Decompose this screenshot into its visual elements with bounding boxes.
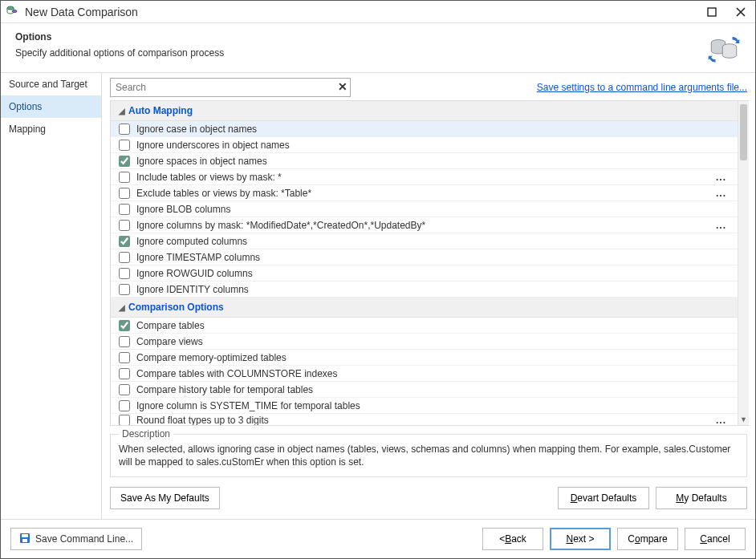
- header-text: Options Specify additional options of co…: [15, 31, 224, 59]
- svg-rect-2: [708, 8, 716, 16]
- option-row[interactable]: Ignore IDENTITY columns: [111, 282, 738, 298]
- window-controls: [702, 3, 750, 21]
- svg-rect-6: [22, 534, 28, 537]
- option-row[interactable]: Compare tables: [111, 318, 738, 334]
- option-label: Ignore columns by mask: *ModifiedDate*,*…: [136, 220, 716, 231]
- scroll-down-icon[interactable]: ▼: [738, 414, 749, 425]
- option-row[interactable]: Compare history table for temporal table…: [111, 382, 738, 398]
- option-label: Ignore IDENTITY columns: [136, 284, 730, 295]
- option-checkbox[interactable]: [119, 156, 130, 167]
- option-label: Include tables or views by mask: *: [136, 172, 716, 183]
- save-command-line-button[interactable]: Save Command Line...: [10, 528, 142, 550]
- option-checkbox[interactable]: [119, 368, 130, 379]
- option-row[interactable]: Include tables or views by mask: *...: [111, 169, 738, 185]
- more-icon[interactable]: ...: [716, 220, 730, 231]
- option-row[interactable]: Exclude tables or views by mask: *Table*…: [111, 185, 738, 201]
- option-row[interactable]: Ignore BLOB columns: [111, 201, 738, 217]
- next-button[interactable]: Next >: [550, 528, 611, 550]
- more-icon[interactable]: ...: [716, 172, 730, 183]
- option-label: Ignore case in object names: [136, 124, 730, 135]
- options-list: ◢Auto MappingIgnore case in object names…: [110, 100, 749, 426]
- header-panel: Options Specify additional options of co…: [1, 23, 755, 72]
- window-title: New Data Comparison: [25, 6, 702, 18]
- search-input[interactable]: [110, 78, 351, 97]
- svg-rect-7: [22, 539, 27, 542]
- option-checkbox[interactable]: [119, 124, 130, 135]
- save-command-line-label: Save Command Line...: [35, 533, 133, 545]
- option-checkbox[interactable]: [119, 336, 130, 347]
- option-checkbox[interactable]: [119, 284, 130, 295]
- option-row[interactable]: Compare tables with COLUMNSTORE indexes: [111, 366, 738, 382]
- option-checkbox[interactable]: [119, 352, 130, 363]
- option-row[interactable]: Compare views: [111, 334, 738, 350]
- option-label: Ignore column is SYSTEM_TIME for tempora…: [136, 400, 730, 411]
- option-checkbox[interactable]: [119, 172, 130, 183]
- defaults-row: Save As My Defaults Devart Defaults My D…: [102, 482, 755, 519]
- description-legend: Description: [119, 428, 173, 440]
- option-row[interactable]: Ignore spaces in object names: [111, 153, 738, 169]
- collapse-icon: ◢: [119, 107, 125, 115]
- top-row: ✕ Save settings to a command line argume…: [102, 73, 755, 100]
- svg-point-1: [12, 10, 17, 13]
- dialog-window: New Data Comparison Options Specify addi…: [0, 0, 756, 559]
- sidebar-item-mapping[interactable]: Mapping: [1, 118, 101, 140]
- close-button[interactable]: [731, 3, 750, 21]
- app-icon: [6, 4, 18, 19]
- sidebar-item-options[interactable]: Options: [1, 95, 101, 118]
- section-title: Auto Mapping: [128, 105, 193, 116]
- save-icon: [19, 533, 30, 546]
- compare-button[interactable]: Compare: [617, 528, 678, 550]
- option-checkbox[interactable]: [119, 252, 130, 263]
- option-checkbox[interactable]: [119, 188, 130, 199]
- option-checkbox[interactable]: [119, 384, 130, 395]
- option-checkbox[interactable]: [119, 236, 130, 247]
- section-header[interactable]: ◢Comparison Options: [111, 298, 738, 318]
- option-checkbox[interactable]: [119, 204, 130, 215]
- option-row[interactable]: Ignore underscores in object names: [111, 137, 738, 153]
- body: Source and Target Options Mapping ✕ Save…: [1, 72, 755, 519]
- option-row[interactable]: Ignore case in object names: [111, 121, 738, 137]
- option-label: Exclude tables or views by mask: *Table*: [136, 188, 716, 199]
- description-box: Description When selected, allows ignori…: [110, 434, 747, 477]
- page-subtitle: Specify additional options of comparison…: [15, 47, 224, 59]
- more-icon[interactable]: ...: [716, 188, 730, 199]
- option-row[interactable]: Ignore TIMESTAMP columns: [111, 249, 738, 265]
- option-checkbox[interactable]: [119, 268, 130, 279]
- option-row[interactable]: Ignore ROWGUID columns: [111, 265, 738, 282]
- save-as-my-defaults-button[interactable]: Save As My Defaults: [110, 487, 220, 509]
- option-row[interactable]: Round float types up to 3 digits...: [111, 414, 738, 426]
- option-checkbox[interactable]: [119, 140, 130, 151]
- my-defaults-button[interactable]: My Defaults: [656, 487, 747, 509]
- cancel-button[interactable]: Cancel: [685, 528, 746, 550]
- option-checkbox[interactable]: [119, 320, 130, 331]
- option-label: Ignore underscores in object names: [136, 140, 730, 151]
- option-row[interactable]: Ignore computed columns: [111, 233, 738, 249]
- option-label: Round float types up to 3 digits: [136, 415, 716, 426]
- footer: Save Command Line... < Back Next > Compa…: [1, 519, 755, 558]
- svg-point-0: [7, 6, 14, 10]
- option-row[interactable]: Ignore columns by mask: *ModifiedDate*,*…: [111, 217, 738, 233]
- scroll-thumb[interactable]: [740, 104, 747, 160]
- scrollbar[interactable]: ▲ ▼: [738, 101, 749, 425]
- save-settings-link[interactable]: Save settings to a command line argument…: [537, 82, 747, 93]
- option-row[interactable]: Ignore column is SYSTEM_TIME for tempora…: [111, 398, 738, 414]
- section-title: Comparison Options: [128, 302, 224, 313]
- section-header[interactable]: ◢Auto Mapping: [111, 101, 738, 121]
- maximize-button[interactable]: [702, 3, 721, 21]
- more-icon[interactable]: ...: [716, 415, 730, 426]
- sidebar: Source and Target Options Mapping: [1, 73, 102, 519]
- sidebar-item-source-target[interactable]: Source and Target: [1, 73, 101, 95]
- search-clear-icon[interactable]: ✕: [338, 80, 348, 93]
- compare-header-icon: [707, 31, 741, 67]
- back-button[interactable]: < Back: [482, 528, 543, 550]
- option-label: Compare tables with COLUMNSTORE indexes: [136, 368, 730, 379]
- devart-defaults-button[interactable]: Devart Defaults: [558, 487, 649, 509]
- option-row[interactable]: Compare memory-optimized tables: [111, 350, 738, 366]
- option-label: Ignore spaces in object names: [136, 156, 730, 167]
- option-checkbox[interactable]: [119, 400, 130, 411]
- option-label: Ignore BLOB columns: [136, 204, 730, 215]
- option-checkbox[interactable]: [119, 415, 130, 426]
- option-checkbox[interactable]: [119, 220, 130, 231]
- main-panel: ✕ Save settings to a command line argume…: [102, 73, 755, 519]
- option-label: Ignore TIMESTAMP columns: [136, 252, 730, 263]
